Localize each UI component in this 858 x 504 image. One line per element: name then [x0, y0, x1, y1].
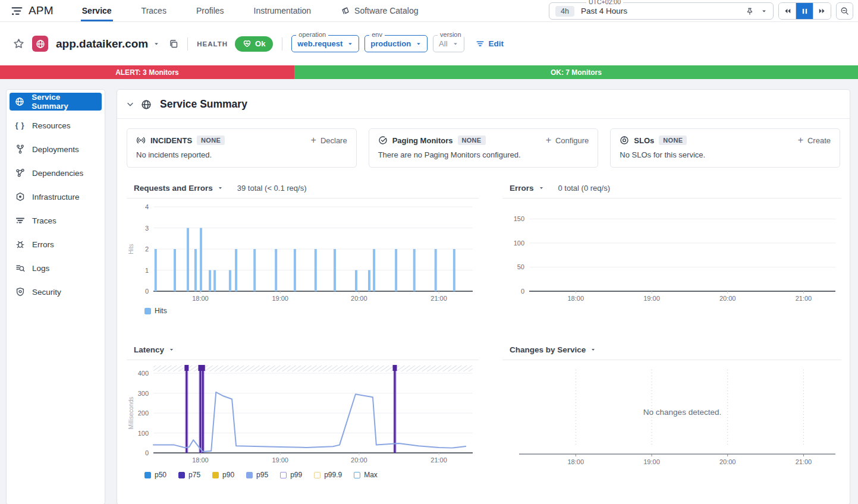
globe-icon — [15, 97, 24, 106]
sidebar-item-deployments[interactable]: Deployments — [10, 140, 102, 158]
declare-button[interactable]: +Declare — [311, 136, 347, 145]
chevron-down-icon[interactable] — [218, 185, 223, 191]
panel-header: Service Summary — [117, 90, 850, 119]
sidebar-item-dependencies[interactable]: Dependencies — [10, 164, 102, 182]
plus-icon: + — [798, 136, 803, 145]
sidebar-item-errors[interactable]: Errors — [10, 235, 102, 253]
sidebar-item-service-summary[interactable]: Service Summary — [10, 93, 102, 111]
rewind-icon — [784, 7, 791, 15]
collapse-chevron-icon[interactable] — [126, 100, 134, 109]
svg-text:18:00: 18:00 — [568, 295, 584, 302]
chart-title[interactable]: Latency — [134, 345, 164, 354]
latency-chart-plot[interactable]: 0100200300400Milliseconds18:0019:0020:00… — [127, 360, 479, 466]
svg-text:0: 0 — [145, 449, 149, 456]
errors-chart-plot[interactable]: 05010015018:0019:0020:0021:00 — [502, 199, 841, 302]
edit-button[interactable]: Edit — [476, 39, 504, 48]
svg-text:400: 400 — [138, 370, 149, 377]
svg-text:4: 4 — [145, 203, 149, 210]
configure-button[interactable]: +Configure — [546, 136, 589, 145]
sidebar-item-label: Dependencies — [32, 169, 83, 178]
svg-text:300: 300 — [138, 390, 149, 397]
step-forward-button[interactable] — [813, 3, 831, 19]
filter-value: All — [439, 39, 447, 48]
svg-text:No changes detected.: No changes detected. — [643, 408, 721, 417]
legend-swatch — [246, 472, 253, 478]
filter-label: env — [369, 31, 385, 38]
svg-text:3: 3 — [145, 225, 149, 232]
legend-swatch — [280, 472, 287, 478]
card-slos: SLOsNONE+CreateNo SLOs for this service. — [610, 128, 840, 168]
filter-operation[interactable]: operationweb.request — [291, 35, 359, 52]
chevron-down-icon[interactable] — [169, 347, 174, 352]
time-duration-chip[interactable]: 4h — [555, 6, 574, 17]
chart-title[interactable]: Requests and Errors — [134, 184, 213, 193]
card-title: SLOs — [634, 136, 654, 145]
legend-item-p99[interactable]: p99 — [280, 471, 302, 479]
step-back-button[interactable] — [779, 3, 796, 19]
svg-text:18:00: 18:00 — [192, 295, 209, 302]
sidebar-item-label: Security — [32, 288, 61, 297]
plus-icon: + — [311, 136, 316, 145]
create-button[interactable]: +Create — [798, 136, 831, 145]
copy-icon[interactable] — [169, 39, 178, 49]
legend-item-p95[interactable]: p95 — [246, 471, 268, 479]
chevron-down-icon[interactable] — [590, 347, 596, 352]
legend-item-p50[interactable]: p50 — [144, 471, 166, 479]
svg-text:21:00: 21:00 — [796, 295, 812, 302]
sidebar-item-resources[interactable]: { }Resources — [10, 116, 102, 134]
chart-title[interactable]: Errors — [510, 184, 534, 193]
chevron-down-icon[interactable] — [539, 185, 544, 191]
tab-profiles[interactable]: Profiles — [195, 0, 225, 21]
tab-label: Profiles — [196, 6, 224, 15]
svg-text:Hits: Hits — [128, 244, 134, 254]
legend-item-max[interactable]: Max — [354, 471, 378, 479]
card-title: Paging Monitors — [392, 136, 453, 145]
legend-item-p99-9[interactable]: p99.9 — [314, 471, 342, 479]
incident-icon — [136, 136, 146, 145]
legend-item-p75[interactable]: p75 — [178, 471, 200, 479]
monitor-segment-ok[interactable]: OK: 7 Monitors — [294, 65, 858, 79]
sidebar: Service Summary{ }ResourcesDeploymentsDe… — [6, 89, 105, 504]
tab-label: Service — [82, 6, 112, 15]
tab-traces[interactable]: Traces — [140, 0, 168, 21]
legend-swatch — [178, 472, 185, 478]
sidebar-item-security[interactable]: Security — [10, 283, 102, 301]
changes-chart-plot[interactable]: 18:0019:0020:0021:00No changes detected. — [502, 360, 841, 466]
tab-software-catalog[interactable]: Software Catalog — [340, 0, 419, 21]
monitor-segment-alert[interactable]: ALERT: 3 Monitors — [0, 65, 294, 79]
requests-chart-plot[interactable]: 01234Hits18:0019:0020:0021:00 — [127, 199, 479, 302]
sidebar-item-label: Resources — [32, 121, 71, 130]
latency-chart-legend: p50p75p90p95p99p99.9Max — [144, 471, 479, 479]
requests-and-errors-chart: Requests and Errors 39 total (< 0.1 req/… — [127, 184, 479, 315]
filter-version[interactable]: versionAll — [433, 35, 464, 52]
svg-text:19:00: 19:00 — [643, 295, 660, 302]
filter-env[interactable]: envproduction — [364, 35, 428, 52]
tab-instrumentation[interactable]: Instrumentation — [253, 0, 313, 21]
svg-text:18:00: 18:00 — [568, 458, 584, 465]
sidebar-item-traces[interactable]: Traces — [10, 212, 102, 229]
legend-item-p90[interactable]: p90 — [212, 471, 234, 479]
tab-service[interactable]: Service — [81, 0, 113, 21]
monitor-segment-label: OK: 7 Monitors — [551, 68, 602, 77]
sidebar-item-infrastructure[interactable]: Infrastructure — [10, 188, 102, 206]
chevron-down-icon[interactable] — [761, 8, 767, 14]
monitor-status-bar: ALERT: 3 MonitorsOK: 7 Monitors — [0, 65, 858, 79]
sidebar-item-logs[interactable]: Logs — [10, 259, 102, 277]
chart-title[interactable]: Changes by Service — [510, 345, 586, 354]
pin-icon[interactable] — [746, 7, 754, 15]
favorite-star-icon[interactable] — [13, 38, 24, 49]
health-status-badge[interactable]: Ok — [235, 36, 273, 52]
sidebar-item-label: Infrastructure — [32, 193, 80, 201]
action-label: Configure — [555, 136, 589, 145]
legend-item-hits[interactable]: Hits — [144, 307, 167, 315]
pause-button[interactable] — [796, 3, 813, 19]
time-range-selector[interactable]: UTC+02:00 4h Past 4 Hours — [549, 2, 774, 20]
tab-label: Traces — [142, 6, 166, 15]
timezone-label: UTC+02:00 — [586, 0, 623, 5]
zoom-out-button[interactable] — [836, 2, 853, 20]
apm-logo[interactable]: APM — [6, 0, 58, 21]
top-nav: APM ServiceTracesProfilesInstrumentation… — [0, 0, 858, 22]
infrastructure-icon — [15, 192, 25, 201]
service-caret-icon[interactable] — [153, 41, 159, 47]
time-range-label: Past 4 Hours — [581, 7, 627, 15]
